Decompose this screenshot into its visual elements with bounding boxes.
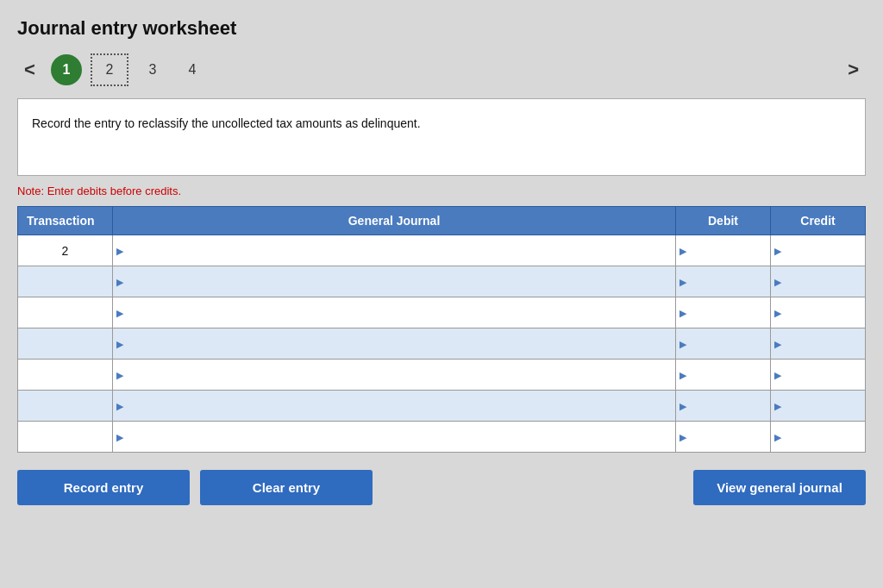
- debit-cell[interactable]: [676, 422, 771, 453]
- table-row: [18, 297, 866, 328]
- col-header-credit: Credit: [771, 207, 866, 235]
- gj-cell[interactable]: [113, 360, 676, 391]
- clear-entry-button[interactable]: Clear entry: [200, 470, 373, 505]
- debit-input[interactable]: [683, 245, 763, 258]
- table-row: [18, 266, 866, 297]
- col-header-transaction: Transaction: [18, 207, 113, 235]
- record-entry-button[interactable]: Record entry: [17, 470, 190, 505]
- step-3[interactable]: 3: [137, 54, 168, 85]
- navigation-bar: < 1 2 3 4 >: [17, 53, 866, 86]
- credit-input[interactable]: [778, 400, 858, 413]
- table-row: 2: [18, 235, 866, 266]
- transaction-cell: 2: [18, 235, 113, 266]
- transaction-cell: [18, 422, 113, 453]
- debit-input[interactable]: [683, 400, 763, 413]
- credit-input[interactable]: [778, 431, 858, 444]
- gj-cell[interactable]: [113, 235, 676, 266]
- button-row: Record entry Clear entry View general jo…: [17, 470, 866, 505]
- gj-input[interactable]: [120, 400, 668, 413]
- credit-input[interactable]: [778, 307, 858, 320]
- col-header-debit: Debit: [676, 207, 771, 235]
- credit-cell[interactable]: [771, 391, 866, 422]
- gj-input[interactable]: [120, 338, 668, 351]
- view-general-journal-button[interactable]: View general journal: [693, 470, 866, 505]
- credit-input[interactable]: [778, 338, 858, 351]
- transaction-cell: [18, 297, 113, 328]
- debit-cell[interactable]: [676, 235, 771, 266]
- table-row: [18, 360, 866, 391]
- table-row: [18, 422, 866, 453]
- page-title: Journal entry worksheet: [17, 17, 866, 40]
- gj-cell[interactable]: [113, 266, 676, 297]
- gj-input[interactable]: [120, 369, 668, 382]
- debit-input[interactable]: [683, 431, 763, 444]
- transaction-cell: [18, 391, 113, 422]
- instruction-box: Record the entry to reclassify the uncol…: [17, 98, 866, 176]
- step-4[interactable]: 4: [177, 54, 208, 85]
- credit-cell[interactable]: [771, 297, 866, 328]
- debit-input[interactable]: [683, 276, 763, 289]
- debit-input[interactable]: [683, 369, 763, 382]
- col-header-general-journal: General Journal: [113, 207, 676, 235]
- credit-input[interactable]: [778, 276, 858, 289]
- debit-input[interactable]: [683, 307, 763, 320]
- gj-input[interactable]: [120, 307, 668, 320]
- gj-cell[interactable]: [113, 328, 676, 360]
- credit-cell[interactable]: [771, 266, 866, 297]
- note-text: Note: Enter debits before credits.: [17, 185, 866, 197]
- debit-cell[interactable]: [676, 266, 771, 297]
- transaction-cell: [18, 328, 113, 360]
- next-arrow[interactable]: >: [841, 57, 866, 83]
- debit-cell[interactable]: [676, 360, 771, 391]
- prev-arrow[interactable]: <: [17, 57, 42, 83]
- gj-input[interactable]: [120, 431, 668, 444]
- debit-cell[interactable]: [676, 297, 771, 328]
- debit-cell[interactable]: [676, 391, 771, 422]
- transaction-cell: [18, 266, 113, 297]
- gj-cell[interactable]: [113, 391, 676, 422]
- credit-input[interactable]: [778, 369, 858, 382]
- journal-table: Transaction General Journal Debit Credit…: [17, 206, 866, 453]
- step-2-box[interactable]: 2: [91, 53, 128, 86]
- credit-cell[interactable]: [771, 360, 866, 391]
- gj-cell[interactable]: [113, 422, 676, 453]
- gj-input[interactable]: [120, 245, 668, 258]
- step-1-circle[interactable]: 1: [51, 54, 82, 85]
- gj-cell[interactable]: [113, 297, 676, 328]
- debit-input[interactable]: [683, 338, 763, 351]
- gj-input[interactable]: [120, 276, 668, 289]
- credit-cell[interactable]: [771, 328, 866, 360]
- debit-cell[interactable]: [676, 328, 771, 360]
- credit-cell[interactable]: [771, 422, 866, 453]
- instruction-text: Record the entry to reclassify the uncol…: [32, 116, 421, 130]
- credit-input[interactable]: [778, 245, 858, 258]
- table-row: [18, 328, 866, 360]
- table-row: [18, 391, 866, 422]
- transaction-cell: [18, 360, 113, 391]
- credit-cell[interactable]: [771, 235, 866, 266]
